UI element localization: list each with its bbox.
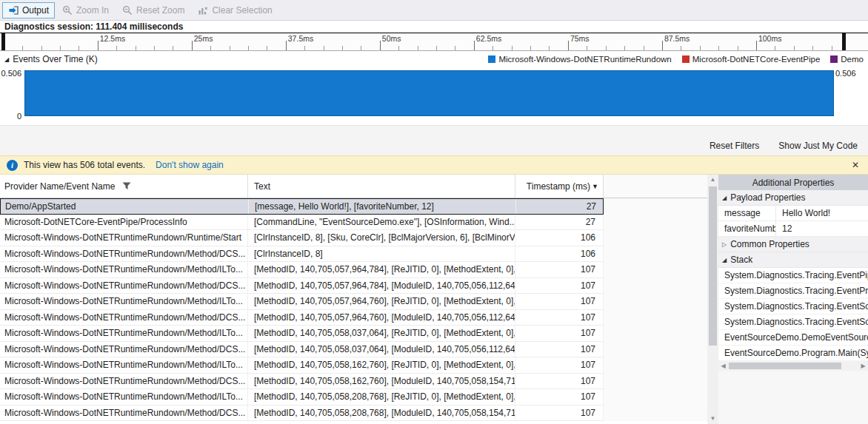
property-row-favoritenumber: favoriteNumber 12 [718,221,868,237]
cell-provider: Demo/AppStarted [1,199,249,214]
session-start-marker[interactable] [1,33,5,50]
row-filler [604,198,707,215]
timeline-ruler[interactable]: 12.5ms25ms37.5ms50ms62.5ms75ms87.5ms100m… [0,33,868,51]
ruler-tick [398,46,399,50]
table-row[interactable]: Microsoft-Windows-DotNETRuntimeRundown/M… [0,294,707,310]
zoom-in-button[interactable]: Zoom In [56,2,115,18]
ruler-tick [116,46,117,50]
stack-frame[interactable]: System.Diagnostics.Tracing.EventSou [718,299,868,314]
row-filler [604,326,707,342]
ruler-tick [700,46,701,50]
cell-timestamp: 107 [515,406,604,421]
row-filler [604,357,707,374]
table-row[interactable]: Microsoft-Windows-DotNETRuntimeRundown/M… [0,406,707,422]
info-bar-close-icon[interactable]: ✕ [852,160,861,170]
row-filler [604,406,707,422]
cell-provider: Microsoft-Windows-DotNETRuntimeRundown/M… [0,374,248,389]
chart-area-fill[interactable] [24,70,834,116]
scroll-right-arrow-icon[interactable]: ▶ [858,363,868,369]
cell-provider: Microsoft-Windows-DotNETRuntimeRundown/M… [0,294,248,309]
table-row[interactable]: Microsoft-Windows-DotNETRuntimeRundown/M… [0,262,707,278]
session-bar: Diagnostics session: 111.404 millisecond… [0,21,868,33]
cell-provider: Microsoft-Windows-DotNETRuntimeRundown/M… [0,357,248,373]
ruler-tick [832,46,832,50]
common-properties-group[interactable]: ▷ Common Properties [718,237,868,252]
cell-text: [MethodID, 140,705,058,037,064], [ReJITI… [248,326,515,341]
column-header-provider[interactable]: Provider Name/Event Name [0,175,248,198]
scroll-up-arrow-icon[interactable]: ▲ [707,175,718,185]
table-row[interactable]: Microsoft-Windows-DotNETRuntimeRundown/M… [0,278,707,295]
scroll-down-arrow-icon[interactable]: ▼ [707,414,718,424]
row-filler [604,310,707,326]
table-row[interactable]: Demo/AppStarted [message, Hello World!],… [0,198,707,215]
table-row[interactable]: Microsoft-Windows-DotNETRuntimeRundown/M… [0,357,707,374]
table-row[interactable]: Microsoft-Windows-DotNETRuntimeRundown/M… [0,246,707,263]
ruler-tick [230,46,230,50]
chart-legend: Microsoft-Windows-DotNETRuntimeRundownMi… [488,55,864,64]
table-row[interactable]: Microsoft-Windows-DotNETRuntimeRundown/M… [0,389,707,406]
row-filler [604,374,707,390]
property-value: Hello World! [776,206,868,221]
cell-text: [MethodID, 140,705,058,208,768], [ReJITI… [248,389,515,405]
column-header-timestamp-label: Timestamp (ms) [527,181,590,192]
column-header-text[interactable]: Text [248,175,515,198]
show-just-my-code-button[interactable]: Show Just My Code [778,141,858,151]
payload-properties-label: Payload Properties [730,192,805,203]
panel-empty-area [718,371,868,424]
ruler-tick [286,41,287,50]
property-value: 12 [776,221,868,236]
table-row[interactable]: Microsoft-DotNETCore-EventPipe/ProcessIn… [0,215,707,231]
panel-horizontal-scrollbar[interactable]: ◀ ▶ [718,361,868,371]
y-axis-min-left: 0 [0,112,21,121]
clear-selection-button[interactable]: Clear Selection [192,2,278,18]
filter-links-band: Reset Filters Show Just My Code [0,125,868,155]
events-over-time-chart: 0.506 0 0.506 [0,67,868,125]
table-row[interactable]: Microsoft-Windows-DotNETRuntimeRundown/M… [0,374,707,390]
stack-group[interactable]: ◢ Stack [718,252,868,268]
panel-title: Additional Properties [718,175,868,190]
expanded-triangle-icon[interactable]: ◢ [4,56,9,63]
table-vertical-scrollbar[interactable]: ▲ ▼ [707,175,718,424]
cell-timestamp: 107 [515,326,604,341]
reset-zoom-button[interactable]: Reset Zoom [116,2,190,18]
cell-text: [MethodID, 140,705,057,964,784], [Module… [248,278,515,294]
dont-show-again-link[interactable]: Don't show again [156,160,224,170]
payload-properties-group[interactable]: ◢ Payload Properties [718,190,868,206]
magnifier-plus-icon [62,5,73,16]
ruler-tick [304,46,305,50]
ruler-tick [324,46,324,50]
property-name: favoriteNumber [718,221,776,236]
horizontal-scrollbar-thumb[interactable] [729,363,841,369]
stack-frame[interactable]: System.Diagnostics.Tracing.EventSou [718,314,868,330]
stack-frame[interactable]: System.Diagnostics.Tracing.EventPro [718,283,868,299]
ruler-tick [644,46,644,50]
cell-timestamp: 107 [515,357,604,373]
scroll-left-arrow-icon[interactable]: ◀ [718,363,728,369]
column-header-timestamp[interactable]: Timestamp (ms) ▼ [515,175,604,198]
ruler-tick [154,46,155,50]
output-button[interactable]: Output [2,2,55,18]
cell-timestamp: 107 [515,278,604,294]
table-row[interactable]: Microsoft-Windows-DotNETRuntimeRundown/M… [0,326,707,342]
stack-frame[interactable]: EventSourceDemo.DemoEventSourc [718,330,868,346]
session-end-marker[interactable] [842,33,846,50]
vertical-scrollbar-thumb[interactable] [709,186,717,346]
table-row[interactable]: Microsoft-Windows-DotNETRuntimeRundown/R… [0,230,707,246]
reset-filters-button[interactable]: Reset Filters [710,141,759,151]
table-row[interactable]: Microsoft-Windows-DotNETRuntimeRundown/M… [0,342,707,358]
property-name: message [718,206,776,221]
ruler-tick [530,46,531,50]
property-row-message: message Hello World! [718,206,868,221]
cell-timestamp: 107 [515,342,604,357]
table-row[interactable]: Microsoft-Windows-DotNETRuntimeRundown/M… [0,310,707,326]
cell-text: [MethodID, 140,705,057,964,784], [ReJITI… [248,262,515,277]
ruler-tick [512,46,513,50]
info-icon: i [7,160,18,171]
cell-timestamp: 107 [515,294,604,309]
stack-frame[interactable]: EventSourceDemo.Program.Main(Sy [718,346,868,361]
legend-item: Microsoft-Windows-DotNETRuntimeRundown [488,55,671,64]
stack-frame[interactable]: System.Diagnostics.Tracing.EventPip [718,268,868,283]
ruler-tick [549,46,550,50]
ruler-tick [681,46,681,50]
filter-funnel-icon[interactable] [122,182,131,190]
